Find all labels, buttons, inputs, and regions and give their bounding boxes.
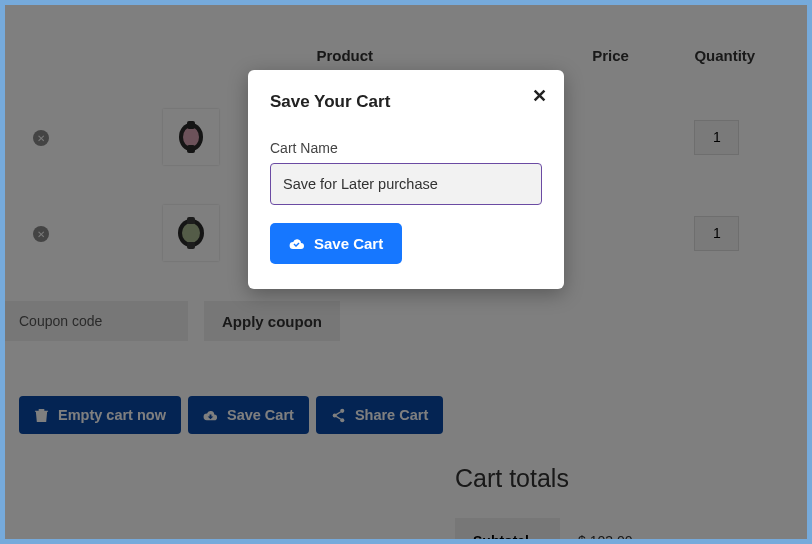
modal-save-label: Save Cart: [314, 235, 383, 252]
modal-overlay[interactable]: Save Your Cart ✕ Cart Name Save Cart: [5, 5, 807, 539]
cart-name-label: Cart Name: [270, 140, 542, 156]
cloud-save-icon: [289, 237, 305, 251]
save-cart-modal: Save Your Cart ✕ Cart Name Save Cart: [248, 70, 564, 289]
close-icon[interactable]: ✕: [532, 87, 547, 105]
cart-name-input[interactable]: [270, 163, 542, 205]
modal-save-button[interactable]: Save Cart: [270, 223, 402, 264]
modal-title: Save Your Cart: [270, 92, 542, 112]
